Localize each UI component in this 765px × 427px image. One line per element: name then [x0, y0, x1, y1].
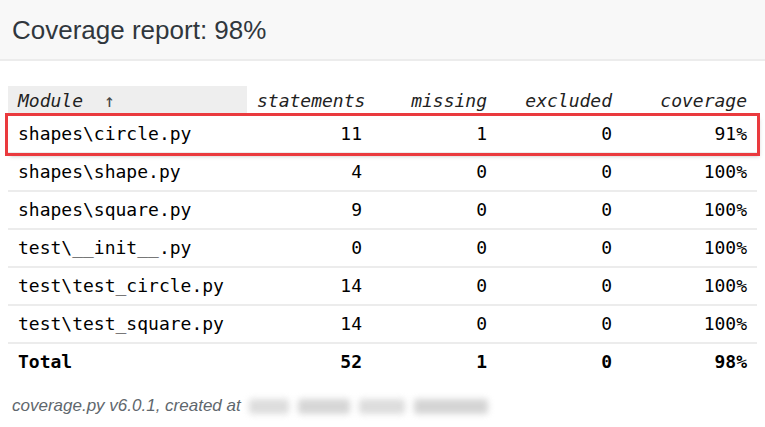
column-header-statements[interactable]: statements	[247, 86, 372, 116]
excluded-cell: 0	[497, 267, 622, 305]
excluded-cell: 0	[497, 153, 622, 191]
redacted-timestamp	[249, 399, 488, 414]
table-row: test\test_square.py 14 0 0 100%	[8, 305, 757, 343]
module-link[interactable]: test\test_circle.py	[8, 267, 247, 305]
table-row: test\test_circle.py 14 0 0 100%	[8, 267, 757, 305]
coverage-cell: 91%	[622, 116, 757, 153]
sort-ascending-icon: ↑	[104, 90, 115, 111]
table-header-row: Module ↑ statements missing excluded cov…	[8, 86, 757, 116]
module-link[interactable]: shapes\circle.py	[8, 116, 247, 153]
missing-cell: 0	[372, 229, 497, 267]
table-row: shapes\square.py 9 0 0 100%	[8, 191, 757, 229]
column-header-excluded[interactable]: excluded	[497, 86, 622, 116]
column-header-missing[interactable]: missing	[372, 86, 497, 116]
total-statements: 52	[247, 343, 372, 380]
coverage-cell: 100%	[622, 191, 757, 229]
column-header-module-label: Module	[18, 90, 83, 111]
excluded-cell: 0	[497, 305, 622, 343]
header-band: Coverage report: 98%	[0, 0, 765, 61]
coverage-cell: 100%	[622, 267, 757, 305]
coverage-cell: 100%	[622, 229, 757, 267]
missing-cell: 0	[372, 153, 497, 191]
module-link[interactable]: test\test_square.py	[8, 305, 247, 343]
missing-cell: 1	[372, 116, 497, 153]
total-label: Total	[8, 343, 247, 380]
total-row: Total 52 1 0 98%	[8, 343, 757, 380]
highlighted-row: shapes\circle.py 11 1 0 91%	[8, 116, 757, 153]
excluded-cell: 0	[497, 229, 622, 267]
total-coverage: 98%	[622, 343, 757, 380]
statements-cell: 14	[247, 267, 372, 305]
coverage-cell: 100%	[622, 305, 757, 343]
statements-cell: 4	[247, 153, 372, 191]
excluded-cell: 0	[497, 116, 622, 153]
missing-cell: 0	[372, 267, 497, 305]
column-header-coverage[interactable]: coverage	[622, 86, 757, 116]
coverage-report-page: Coverage report: 98% Module ↑ statements…	[0, 0, 765, 427]
missing-cell: 0	[372, 305, 497, 343]
module-link[interactable]: shapes\shape.py	[8, 153, 247, 191]
table-row: shapes\shape.py 4 0 0 100%	[8, 153, 757, 191]
footer-text: coverage.py v6.0.1, created at	[12, 396, 241, 416]
column-header-module[interactable]: Module ↑	[8, 86, 247, 116]
coverage-cell: 100%	[622, 153, 757, 191]
module-link[interactable]: shapes\square.py	[8, 191, 247, 229]
report-footer: coverage.py v6.0.1, created at	[12, 396, 753, 416]
statements-cell: 14	[247, 305, 372, 343]
page-title: Coverage report: 98%	[12, 13, 753, 47]
total-excluded: 0	[497, 343, 622, 380]
statements-cell: 11	[247, 116, 372, 153]
excluded-cell: 0	[497, 191, 622, 229]
statements-cell: 9	[247, 191, 372, 229]
table-body: shapes\circle.py 11 1 0 91% shapes\shape…	[8, 116, 757, 343]
coverage-table: Module ↑ statements missing excluded cov…	[8, 86, 757, 380]
module-link[interactable]: test\__init__.py	[8, 229, 247, 267]
total-missing: 1	[372, 343, 497, 380]
table-row: test\__init__.py 0 0 0 100%	[8, 229, 757, 267]
missing-cell: 0	[372, 191, 497, 229]
statements-cell: 0	[247, 229, 372, 267]
